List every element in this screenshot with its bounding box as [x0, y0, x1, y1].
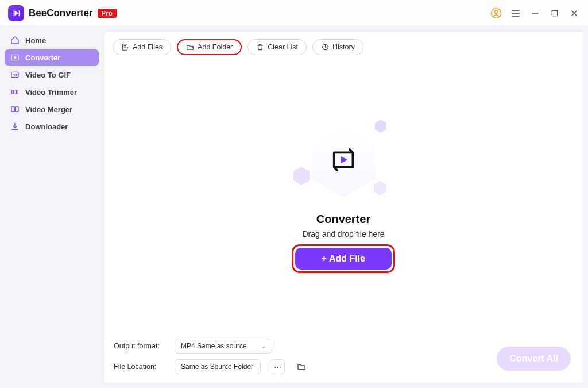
convert-play-icon [327, 143, 360, 179]
svg-rect-7 [552, 10, 557, 16]
output-format-select[interactable]: MP4 Same as source ⌄ [175, 339, 272, 354]
maximize-icon[interactable] [549, 7, 560, 19]
history-icon [321, 43, 329, 51]
home-icon [10, 36, 20, 45]
decoration-hex [374, 181, 386, 195]
output-format-label: Output format: [114, 342, 165, 350]
gif-icon: GIF [10, 70, 20, 79]
converter-graphic [283, 115, 404, 207]
svg-point-2 [494, 10, 497, 13]
sidebar-item-video-trimmer[interactable]: Video Trimmer [5, 84, 99, 100]
trimmer-icon [10, 87, 20, 97]
close-icon[interactable] [568, 7, 580, 19]
sidebar-item-home[interactable]: Home [5, 32, 99, 48]
titlebar-controls [490, 7, 580, 19]
sidebar-item-label: Home [25, 36, 46, 45]
titlebar: BeeConverter Pro [0, 0, 588, 26]
decoration-hex [375, 120, 386, 133]
convert-all-button[interactable]: Convert All [497, 347, 571, 371]
chevron-down-icon: ⌄ [261, 343, 266, 349]
minimize-icon[interactable] [529, 7, 541, 19]
drop-zone-title: Converter [316, 213, 370, 226]
select-value: Same as Source Folder [181, 363, 253, 371]
svg-rect-17 [11, 107, 14, 112]
main-panel: Add Files Add Folder Clear List [103, 31, 583, 383]
user-icon[interactable] [490, 7, 502, 19]
sidebar: Home Converter GIF Video To GIF Video Tr… [0, 26, 103, 388]
file-location-select[interactable]: Same as Source Folder [175, 359, 261, 374]
decoration-hex [293, 167, 310, 185]
hex-container [312, 125, 375, 197]
sidebar-item-converter[interactable]: Converter [5, 49, 99, 66]
button-label: History [332, 43, 355, 51]
app-logo [8, 5, 24, 21]
add-files-button[interactable]: Add Files [113, 39, 171, 55]
button-label: Clear List [268, 43, 298, 51]
drop-zone[interactable]: Converter Drag and drop file here + Add … [103, 55, 583, 333]
sidebar-item-video-to-gif[interactable]: GIF Video To GIF [5, 67, 99, 83]
bottom-bar: Output format: MP4 Same as source ⌄ File… [103, 333, 583, 383]
drop-zone-subtitle: Drag and drop file here [302, 229, 384, 239]
open-folder-button[interactable] [294, 359, 309, 374]
converter-icon [10, 53, 20, 62]
add-file-highlight-ring: + Add File [292, 244, 395, 273]
menu-icon[interactable] [510, 7, 521, 19]
svg-rect-14 [12, 90, 18, 94]
file-location-label: File Location: [114, 363, 165, 371]
sidebar-item-label: Converter [25, 53, 60, 62]
sidebar-item-label: Downloader [25, 122, 68, 131]
app-name: BeeConverter [29, 7, 93, 19]
svg-marker-0 [15, 11, 18, 15]
trash-icon [256, 43, 264, 51]
svg-rect-18 [16, 107, 18, 112]
button-label: Add Folder [198, 43, 233, 51]
clear-list-button[interactable]: Clear List [247, 39, 307, 55]
toolbar: Add Files Add Folder Clear List [103, 31, 583, 55]
sidebar-item-label: Video Trimmer [25, 88, 77, 97]
add-folder-icon [186, 43, 194, 51]
sidebar-item-downloader[interactable]: Downloader [5, 118, 99, 135]
merger-icon [10, 105, 20, 114]
svg-marker-29 [341, 156, 347, 164]
button-label: Add Files [133, 43, 163, 51]
sidebar-item-label: Video Merger [25, 105, 72, 114]
app-window: BeeConverter Pro [0, 0, 588, 388]
download-icon [10, 122, 20, 131]
svg-text:GIF: GIF [13, 74, 18, 77]
add-files-icon [121, 43, 129, 51]
pro-badge: Pro [98, 9, 117, 18]
add-folder-button[interactable]: Add Folder [177, 39, 242, 55]
sidebar-item-label: Video To GIF [25, 71, 71, 79]
more-options-button[interactable]: ⋯ [270, 359, 285, 374]
svg-marker-11 [14, 56, 16, 59]
add-file-button[interactable]: + Add File [295, 248, 392, 270]
history-button[interactable]: History [312, 39, 363, 55]
select-value: MP4 Same as source [181, 342, 247, 350]
sidebar-item-video-merger[interactable]: Video Merger [5, 101, 99, 117]
